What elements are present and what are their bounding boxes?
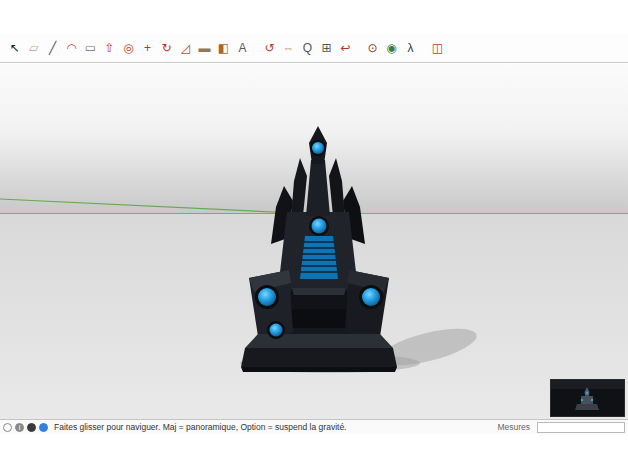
tool-icon: λ (408, 42, 414, 54)
tool-icon: ↻ (161, 42, 171, 54)
notification-icon[interactable] (39, 423, 48, 432)
throne-seat (285, 288, 353, 338)
tool-select-button[interactable]: ↖ (6, 37, 23, 59)
tool-offset-button[interactable]: ◎ (120, 37, 137, 59)
tool-icon: ◉ (386, 42, 396, 54)
tool-zoom-button[interactable]: Q (299, 37, 316, 59)
tool-icon: ▭ (85, 42, 96, 54)
measures-label: Mesures (497, 422, 530, 432)
status-bar: i Faites glisser pour naviguer. Maj = pa… (0, 419, 628, 434)
model-throne[interactable] (0, 64, 628, 419)
tool-scale-button[interactable]: ◿ (177, 37, 194, 59)
tool-position-camera-button[interactable]: ⊙ (364, 37, 381, 59)
main-toolbar: ↖ ▱ ╱ ◠ ▭ ⇧ ◎ + ↻ ◿ ▬ ◧ (0, 34, 628, 63)
tool-icon: ◫ (432, 42, 443, 54)
model-preview-thumbnail[interactable] (550, 379, 625, 417)
tool-icon: ◠ (66, 42, 76, 54)
toolbar-tools: ↖ ▱ ╱ ◠ ▭ ⇧ ◎ + ↻ ◿ ▬ ◧ (6, 37, 446, 59)
geolocation-icon[interactable] (3, 423, 12, 432)
status-message: Faites glisser pour naviguer. Maj = pano… (54, 422, 346, 432)
tool-zoom-extents-button[interactable]: ⊞ (318, 37, 335, 59)
tool-icon: ◎ (123, 42, 133, 54)
measurements-input[interactable] (537, 422, 625, 433)
tool-previous-view-button[interactable]: ↩ (337, 37, 354, 59)
tool-icon: ◿ (181, 42, 190, 54)
tool-icon: ◧ (218, 42, 229, 54)
tool-icon: ↺ (264, 42, 274, 54)
viewport-3d[interactable] (0, 64, 628, 419)
tool-section-plane-button[interactable]: ◫ (429, 37, 446, 59)
preview-image (551, 380, 624, 416)
tool-pan-button[interactable]: ⇔ (280, 37, 297, 59)
tool-icon: ▱ (29, 42, 38, 54)
tool-icon: A (238, 42, 246, 54)
tool-icon: ▬ (199, 42, 211, 54)
status-icons: i (3, 423, 48, 432)
tool-orbit-button[interactable]: ↺ (261, 37, 278, 59)
tool-icon: ⊞ (321, 42, 331, 54)
tool-arc-button[interactable]: ◠ (63, 37, 80, 59)
tool-shapes-button[interactable]: ▭ (82, 37, 99, 59)
tool-icon: Q (303, 42, 312, 54)
tool-icon: ⊙ (367, 42, 377, 54)
tool-icon: ↩ (340, 42, 350, 54)
user-icon[interactable] (27, 423, 36, 432)
tool-look-around-button[interactable]: ◉ (383, 37, 400, 59)
tool-push-pull-button[interactable]: ⇧ (101, 37, 118, 59)
tool-icon: ⇔ (283, 42, 295, 54)
throne-base (241, 334, 397, 372)
tool-icon: + (144, 42, 151, 54)
tool-walk-button[interactable]: λ (402, 37, 419, 59)
tool-icon: ⇧ (104, 42, 114, 54)
tool-text-button[interactable]: A (234, 37, 251, 59)
tool-move-button[interactable]: + (139, 37, 156, 59)
app-window: ↖ ▱ ╱ ◠ ▭ ⇧ ◎ + ↻ ◿ ▬ ◧ (0, 0, 628, 472)
tool-rotate-button[interactable]: ↻ (158, 37, 175, 59)
tool-tape-measure-button[interactable]: ▬ (196, 37, 213, 59)
tool-paint-bucket-button[interactable]: ◧ (215, 37, 232, 59)
credits-icon[interactable]: i (15, 423, 24, 432)
tool-icon: ╱ (49, 42, 56, 54)
tool-line-button[interactable]: ╱ (44, 37, 61, 59)
tool-eraser-button[interactable]: ▱ (25, 37, 42, 59)
tool-icon: ↖ (9, 42, 19, 54)
